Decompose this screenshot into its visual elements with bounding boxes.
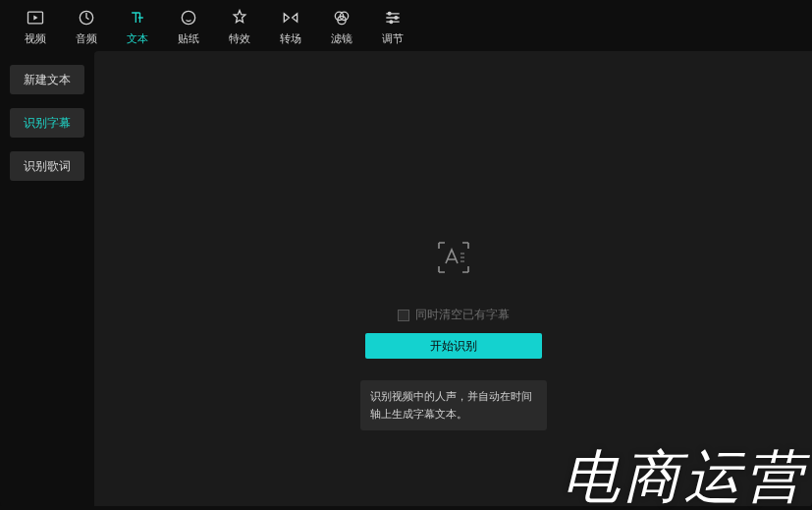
sidebar-item-recognize-subtitle[interactable]: 识别字幕 xyxy=(10,108,84,138)
svg-point-8 xyxy=(390,21,393,24)
sidebar-item-new-text[interactable]: 新建文本 xyxy=(10,65,84,94)
tab-label: 文本 xyxy=(127,31,148,46)
top-tabbar: 视频 音频 文本 贴纸 特效 转场 滤镜 调节 xyxy=(0,0,812,51)
sticker-icon xyxy=(179,8,198,28)
svg-point-2 xyxy=(182,11,194,24)
text-icon xyxy=(128,8,147,28)
tab-transition[interactable]: 转场 xyxy=(267,8,314,46)
tab-label: 特效 xyxy=(229,31,250,46)
svg-point-7 xyxy=(395,17,398,20)
button-label: 开始识别 xyxy=(430,338,477,355)
audio-icon xyxy=(77,8,96,28)
tab-text[interactable]: 文本 xyxy=(114,8,161,46)
tab-sticker[interactable]: 贴纸 xyxy=(165,8,212,46)
tab-audio[interactable]: 音频 xyxy=(63,8,110,46)
tab-label: 视频 xyxy=(25,31,46,46)
svg-point-6 xyxy=(388,13,391,16)
start-recognize-button[interactable]: 开始识别 xyxy=(365,333,542,359)
tab-label: 贴纸 xyxy=(178,31,199,46)
tab-label: 调节 xyxy=(382,31,404,46)
tab-video[interactable]: 视频 xyxy=(12,8,59,46)
sidebar-item-label: 识别字幕 xyxy=(24,115,71,132)
sidebar-item-recognize-lyrics[interactable]: 识别歌词 xyxy=(10,151,84,181)
effects-icon xyxy=(230,8,249,28)
main-panel: 同时清空已有字幕 开始识别 识别视频中的人声，并自动在时间轴上生成字幕文本。 xyxy=(94,51,812,506)
tab-label: 音频 xyxy=(76,31,97,46)
subtitle-placeholder-icon xyxy=(434,238,473,277)
sidebar-item-label: 识别歌词 xyxy=(24,158,71,175)
sidebar: 新建文本 识别字幕 识别歌词 xyxy=(0,51,94,506)
description-box: 识别视频中的人声，并自动在时间轴上生成字幕文本。 xyxy=(360,380,547,430)
tab-label: 滤镜 xyxy=(331,31,352,46)
tab-label: 转场 xyxy=(280,31,301,46)
tab-effects[interactable]: 特效 xyxy=(216,8,263,46)
tab-filter[interactable]: 滤镜 xyxy=(318,8,365,46)
checkbox-label: 同时清空已有字幕 xyxy=(415,307,510,323)
tab-adjust[interactable]: 调节 xyxy=(369,8,416,46)
transition-icon xyxy=(281,8,300,28)
clear-existing-checkbox[interactable]: 同时清空已有字幕 xyxy=(398,307,510,323)
sidebar-item-label: 新建文本 xyxy=(24,72,71,88)
description-text: 识别视频中的人声，并自动在时间轴上生成字幕文本。 xyxy=(370,390,532,420)
video-icon xyxy=(26,8,45,28)
adjust-icon xyxy=(383,8,403,28)
filter-icon xyxy=(332,8,352,28)
checkbox-icon xyxy=(398,310,409,321)
